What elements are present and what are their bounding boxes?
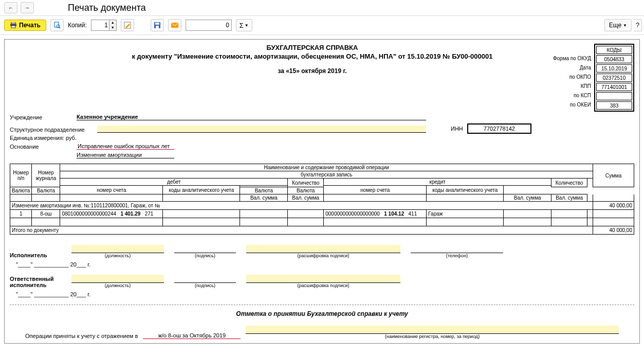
forward-button[interactable]: → bbox=[21, 2, 34, 13]
okpo-value: 02372510 bbox=[596, 74, 632, 82]
struct-label: Структурное подразделение bbox=[10, 127, 97, 133]
copies-down[interactable]: ▼ bbox=[109, 25, 116, 30]
printer-icon bbox=[10, 22, 17, 28]
chevron-down-icon: ▼ bbox=[245, 23, 249, 28]
row-num: 1 bbox=[10, 210, 32, 218]
resp-label: Ответственный исполнитель bbox=[10, 276, 61, 288]
group-sum: 40 000,00 bbox=[593, 202, 634, 210]
reason2-value: Изменение амортизации bbox=[77, 152, 174, 158]
exec-label: Исполнитель bbox=[10, 252, 61, 258]
reason-label: Основание bbox=[10, 144, 77, 150]
okei-value: 383 bbox=[596, 101, 632, 110]
date-value: 15.10.2019 bbox=[596, 64, 632, 73]
okpo-label: по ОКПО bbox=[553, 73, 591, 82]
save-button[interactable] bbox=[151, 19, 164, 31]
preview-button[interactable] bbox=[50, 19, 64, 31]
struct-value bbox=[97, 126, 426, 133]
svg-rect-9 bbox=[156, 26, 159, 28]
row-journal: 8-ош bbox=[32, 210, 60, 218]
document-frame: БУХГАЛТЕРСКАЯ СПРАВКА к документу "Измен… bbox=[4, 39, 640, 344]
accept-text: Операции приняты к учету с отражением в bbox=[25, 333, 138, 339]
copies-spinner[interactable]: ▲▼ bbox=[91, 20, 117, 31]
svg-rect-0 bbox=[11, 22, 15, 24]
svg-rect-2 bbox=[11, 26, 15, 28]
kpp-label: КПП bbox=[553, 82, 591, 91]
okud-label: Форма по ОКУД bbox=[553, 54, 591, 63]
row-credit-anal: Гараж bbox=[427, 210, 504, 218]
back-button[interactable]: ← bbox=[4, 2, 17, 13]
doc-subtitle: к документу "Изменение стоимости, аморти… bbox=[71, 52, 553, 60]
copies-input[interactable] bbox=[91, 20, 109, 30]
help-button[interactable]: ? bbox=[634, 19, 642, 31]
email-button[interactable] bbox=[168, 19, 181, 31]
codes-table: КОДЫ 0504833 15.10.2019 02372510 7714010… bbox=[594, 44, 634, 112]
group-row: Изменение амортизации инв. №:11011208000… bbox=[10, 202, 593, 210]
ksp-label: по КСП bbox=[553, 91, 591, 100]
doc-title: БУХГАЛТЕРСКАЯ СПРАВКА bbox=[71, 44, 553, 51]
sigma-icon: Σ bbox=[240, 22, 244, 29]
doc-date: за «15» октября 2019 г. bbox=[71, 67, 553, 75]
svg-line-5 bbox=[59, 27, 60, 28]
accept-journal: ж/о 8-ош за Октябрь 2019 bbox=[143, 332, 241, 339]
resp-date: "____" ___________ 20___ г. bbox=[16, 291, 634, 297]
inn-value: 7702778142 bbox=[467, 123, 531, 134]
institution-value: Казенное учреждение bbox=[77, 114, 426, 120]
okud-value: 0504833 bbox=[596, 55, 632, 63]
total-sum: 40 000,00 bbox=[593, 226, 634, 235]
row-credit-acc: 0000000000000000000 1 104.12 411 bbox=[324, 210, 427, 218]
sum-input[interactable] bbox=[186, 20, 232, 31]
sigma-button[interactable]: Σ ▼ bbox=[236, 19, 252, 31]
unit-label: Единица измерения: руб. bbox=[10, 135, 77, 141]
row-debit-acc: 0801000000000000244 1 401.29 271 bbox=[60, 210, 163, 218]
main-table: Номер п/п Номер журнала Наименование и с… bbox=[10, 164, 634, 235]
exec-date: "____" ___________ 20___ г. bbox=[16, 261, 634, 268]
date-label: Дата bbox=[553, 63, 591, 73]
total-label: Итого по документу bbox=[10, 226, 593, 235]
print-label: Печать bbox=[19, 22, 41, 29]
page-title: Печать документа bbox=[68, 3, 146, 13]
inn-label: ИНН bbox=[451, 126, 463, 132]
accept-title: Отметка о принятии Бухгалтерской справки… bbox=[10, 310, 634, 317]
reason1-value: Исправление ошибок прошлых лет bbox=[77, 143, 174, 150]
edit-template-button[interactable] bbox=[121, 19, 134, 31]
ksp-value bbox=[596, 92, 632, 100]
more-button[interactable]: Еще▼ bbox=[604, 19, 632, 31]
copies-label: Копий: bbox=[68, 22, 87, 29]
okei-label: по ОКЕИ bbox=[553, 100, 591, 110]
copies-up[interactable]: ▲ bbox=[109, 20, 116, 25]
print-button[interactable]: Печать bbox=[4, 20, 46, 31]
accept-cap: (наименование регистра, номер, за период… bbox=[246, 334, 619, 339]
svg-rect-8 bbox=[155, 23, 159, 25]
kpp-value: 771401001 bbox=[596, 83, 632, 91]
institution-label: Учреждение bbox=[10, 114, 77, 120]
